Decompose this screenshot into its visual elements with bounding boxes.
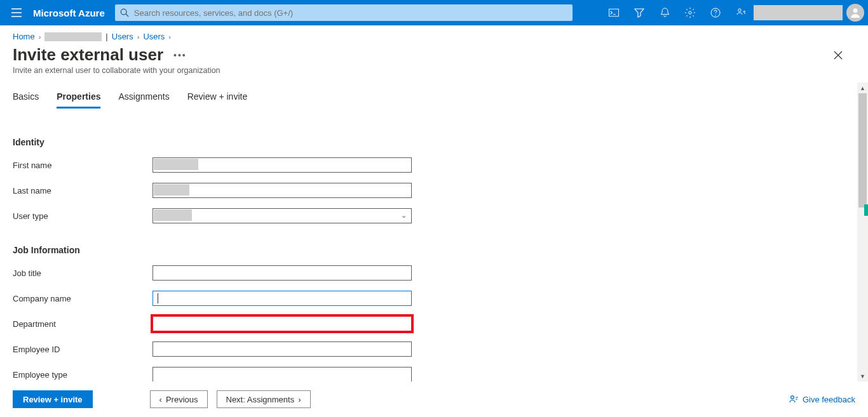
menu-icon[interactable] xyxy=(4,0,29,25)
label-job-title: Job title xyxy=(13,268,153,278)
top-bar: Microsoft Azure xyxy=(0,0,868,25)
label-company-name: Company name xyxy=(13,294,153,303)
scroll-up-icon[interactable]: ▲ xyxy=(857,83,868,93)
svg-line-1 xyxy=(126,14,128,17)
bottom-bar: Review + invite ‹ Previous Next: Assignm… xyxy=(0,381,868,417)
svg-point-0 xyxy=(121,9,126,15)
label-last-name: Last name xyxy=(13,186,153,195)
employee-type-field[interactable] xyxy=(153,367,412,381)
tab-basics[interactable]: Basics xyxy=(13,91,39,109)
last-name-field[interactable] xyxy=(153,183,412,198)
tabs: Basics Properties Assignments Review + i… xyxy=(0,75,868,109)
settings-icon[interactable] xyxy=(677,0,703,25)
breadcrumb: Home › | Users › Users › xyxy=(0,25,868,41)
tab-review[interactable]: Review + invite xyxy=(187,91,248,109)
company-name-field[interactable] xyxy=(153,291,412,306)
svg-point-6 xyxy=(738,9,741,11)
svg-point-3 xyxy=(689,11,691,14)
scroll-down-icon[interactable]: ▼ xyxy=(857,371,868,381)
give-feedback-link[interactable]: Give feedback xyxy=(789,394,855,404)
chevron-left-icon: ‹ xyxy=(159,395,162,404)
previous-button[interactable]: ‹ Previous xyxy=(150,390,208,408)
svg-point-7 xyxy=(853,8,858,13)
label-first-name: First name xyxy=(13,161,153,170)
svg-rect-2 xyxy=(609,9,618,17)
filter-icon[interactable] xyxy=(627,0,652,25)
title-row: Invite external user ••• xyxy=(0,41,868,65)
previous-label: Previous xyxy=(166,395,198,404)
breadcrumb-sep: | xyxy=(105,32,107,41)
svg-point-8 xyxy=(790,396,794,399)
topbar-actions xyxy=(601,0,754,25)
tab-properties[interactable]: Properties xyxy=(57,91,100,109)
brand-label[interactable]: Microsoft Azure xyxy=(29,8,115,18)
edge-indicator xyxy=(864,204,868,216)
tab-assignments[interactable]: Assignments xyxy=(118,91,169,109)
chevron-right-icon: › xyxy=(168,33,171,41)
account-name-placeholder xyxy=(754,5,843,20)
feedback-icon[interactable] xyxy=(728,0,754,25)
feedback-label: Give feedback xyxy=(803,395,855,404)
global-search[interactable] xyxy=(115,4,573,21)
close-icon[interactable] xyxy=(834,51,843,60)
cloud-shell-icon[interactable] xyxy=(601,0,627,25)
user-type-field[interactable] xyxy=(153,208,412,223)
breadcrumb-users-2[interactable]: Users xyxy=(143,32,165,41)
form-body: Identity First name Last name User type … xyxy=(0,122,857,381)
next-label: Next: Assignments xyxy=(226,395,295,404)
chevron-right-icon: › xyxy=(298,395,301,404)
breadcrumb-users-1[interactable]: Users xyxy=(112,32,133,41)
scroll-thumb[interactable] xyxy=(858,93,867,208)
chevron-right-icon: › xyxy=(39,33,41,41)
more-actions-icon[interactable]: ••• xyxy=(173,50,187,60)
breadcrumb-directory-placeholder xyxy=(44,32,102,41)
section-identity: Identity xyxy=(13,137,844,147)
department-field[interactable] xyxy=(153,316,412,331)
first-name-field[interactable] xyxy=(153,157,412,173)
section-job: Job Information xyxy=(13,245,844,255)
review-invite-button[interactable]: Review + invite xyxy=(13,390,93,408)
account-area[interactable] xyxy=(754,4,864,22)
page-subtitle: Invite an external user to collaborate w… xyxy=(0,65,868,75)
chevron-right-icon: › xyxy=(137,33,140,41)
help-icon[interactable] xyxy=(703,0,728,25)
scrollbar[interactable]: ▲ ▼ xyxy=(857,83,868,381)
label-department: Department xyxy=(13,319,153,329)
svg-point-5 xyxy=(715,15,715,15)
search-input[interactable] xyxy=(134,8,567,18)
search-icon xyxy=(120,8,129,17)
label-employee-id: Employee ID xyxy=(13,345,153,354)
breadcrumb-home[interactable]: Home xyxy=(13,32,35,41)
next-button[interactable]: Next: Assignments › xyxy=(217,390,311,408)
label-employee-type: Employee type xyxy=(13,370,153,380)
page-title: Invite external user xyxy=(13,45,163,65)
job-title-field[interactable] xyxy=(153,265,412,281)
label-user-type: User type xyxy=(13,211,153,221)
notifications-icon[interactable] xyxy=(652,0,677,25)
feedback-person-icon xyxy=(789,394,799,404)
avatar[interactable] xyxy=(846,4,864,22)
employee-id-field[interactable] xyxy=(153,341,412,357)
